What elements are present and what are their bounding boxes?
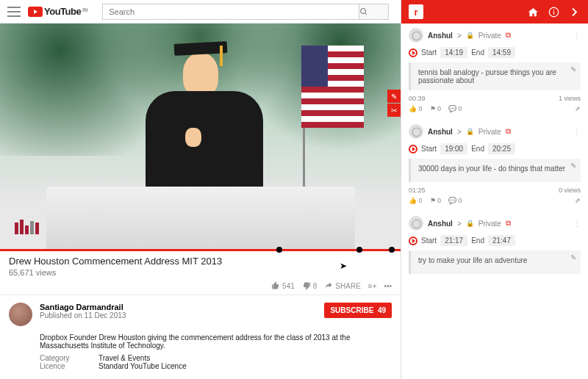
scrubber-marker[interactable] bbox=[356, 247, 362, 253]
next-icon[interactable] bbox=[567, 5, 581, 18]
note-play-button[interactable] bbox=[409, 48, 417, 57]
subscribe-button[interactable]: SUBSCRIBE 49 bbox=[324, 303, 392, 318]
svg-point-0 bbox=[361, 8, 366, 13]
note-duration: 00:39 bbox=[409, 95, 426, 102]
annotate-pencil-button[interactable]: ✎ bbox=[387, 90, 401, 103]
pencil-icon[interactable]: ✎ bbox=[570, 162, 576, 170]
note-body: ✎ tennis ball analogy - pursue things yo… bbox=[409, 62, 581, 90]
dislike-button[interactable]: 8 bbox=[302, 281, 318, 290]
note-avatar: ◯ bbox=[409, 28, 423, 43]
external-link-icon[interactable]: ⧉ bbox=[506, 127, 511, 136]
note-comments[interactable]: 💬 0 bbox=[448, 197, 462, 204]
note-avatar: ◯ bbox=[409, 216, 423, 231]
share-label: SHARE bbox=[335, 282, 360, 290]
channel-avatar[interactable] bbox=[9, 303, 32, 326]
scrubber-marker[interactable] bbox=[389, 247, 395, 253]
note-menu-icon[interactable]: ⋮ bbox=[573, 128, 581, 136]
category-label: Category bbox=[40, 354, 84, 362]
us-flag bbox=[301, 46, 364, 126]
note-body: ✎ try to make your life an adventure bbox=[409, 250, 581, 274]
note-end-time[interactable]: 20:25 bbox=[488, 143, 515, 154]
dislike-count: 8 bbox=[313, 282, 318, 290]
note-end-label: End bbox=[471, 48, 484, 57]
note-text: 30000 days in your life - do things that… bbox=[418, 165, 565, 173]
search-input[interactable] bbox=[102, 4, 359, 20]
youtube-play-icon bbox=[28, 7, 43, 17]
note-start-time[interactable]: 14:19 bbox=[440, 47, 467, 58]
search-icon bbox=[359, 7, 368, 16]
note-user[interactable]: Anshul bbox=[428, 128, 453, 136]
note-replies[interactable]: ⚑ 0 bbox=[430, 197, 442, 204]
note-play-button[interactable] bbox=[409, 145, 417, 154]
note-end-label: End bbox=[471, 237, 484, 245]
youtube-logo[interactable]: YouTube IN bbox=[28, 6, 87, 17]
note-user[interactable]: Anshul bbox=[428, 220, 453, 228]
youtube-brand-text: YouTube bbox=[44, 6, 81, 17]
pencil-icon[interactable]: ✎ bbox=[570, 253, 576, 261]
hamburger-menu[interactable] bbox=[7, 7, 21, 17]
licence-value: Standard YouTube Licence bbox=[98, 362, 187, 370]
subscribe-count: 49 bbox=[378, 306, 386, 314]
note-start-time[interactable]: 21:17 bbox=[440, 235, 467, 246]
video-player[interactable]: ✎ ✂ bbox=[0, 24, 401, 249]
note-item: ◯ Anshul > 🔒 Private ⧉ ⋮ Start 14:19 End… bbox=[409, 28, 581, 112]
note-body: ✎ 30000 days in your life - do things th… bbox=[409, 159, 581, 182]
video-scrubber[interactable] bbox=[0, 249, 401, 251]
video-description: Dropbox Founder Drew Houston giving the … bbox=[40, 333, 392, 350]
lock-icon: 🔒 bbox=[466, 128, 474, 135]
category-value[interactable]: Travel & Events bbox=[98, 354, 150, 362]
video-title: Drew Houston Commencement Address MIT 20… bbox=[9, 256, 392, 267]
pencil-icon[interactable]: ✎ bbox=[570, 65, 576, 73]
subscribe-label: SUBSCRIBE bbox=[330, 306, 373, 314]
note-replies[interactable]: ⚑ 0 bbox=[430, 105, 442, 112]
video-views: 65,671 views bbox=[9, 268, 392, 277]
note-start-label: Start bbox=[421, 48, 437, 57]
note-text: try to make your life an adventure bbox=[418, 256, 527, 264]
note-end-time[interactable]: 14:59 bbox=[488, 47, 515, 58]
mit-logo bbox=[15, 220, 39, 234]
note-likes[interactable]: 👍 0 bbox=[409, 105, 423, 112]
note-end-label: End bbox=[471, 145, 484, 153]
external-link-icon[interactable]: ⧉ bbox=[506, 219, 511, 228]
note-menu-icon[interactable]: ⋮ bbox=[573, 220, 581, 228]
note-privacy-sep: > bbox=[457, 220, 462, 228]
note-privacy: Private bbox=[478, 32, 501, 40]
note-start-time[interactable]: 19:00 bbox=[440, 143, 467, 154]
note-item: ◯ Anshul > 🔒 Private ⧉ ⋮ Start 19:00 End… bbox=[409, 124, 581, 204]
note-privacy: Private bbox=[478, 220, 501, 228]
share-button[interactable]: SHARE bbox=[324, 281, 360, 290]
note-share-icon[interactable]: ⇗ bbox=[575, 197, 581, 204]
youtube-country-code: IN bbox=[82, 7, 87, 12]
thumbs-up-icon bbox=[271, 281, 280, 290]
note-menu-icon[interactable]: ⋮ bbox=[573, 32, 581, 40]
note-user[interactable]: Anshul bbox=[428, 32, 453, 40]
note-avatar: ◯ bbox=[409, 124, 423, 139]
video-podium bbox=[46, 187, 355, 249]
search-button[interactable] bbox=[359, 4, 389, 20]
note-text: tennis ball analogy - pursue things you … bbox=[418, 68, 556, 84]
note-play-button[interactable] bbox=[409, 237, 417, 245]
annotate-scissor-button[interactable]: ✂ bbox=[387, 104, 401, 117]
lock-icon: 🔒 bbox=[466, 32, 474, 39]
note-likes[interactable]: 👍 0 bbox=[409, 197, 423, 204]
panel-logo[interactable]: r bbox=[409, 4, 423, 19]
svg-rect-4 bbox=[553, 9, 553, 10]
like-button[interactable]: 541 bbox=[271, 281, 295, 290]
external-link-icon[interactable]: ⧉ bbox=[506, 31, 511, 40]
note-comments[interactable]: 💬 0 bbox=[448, 105, 462, 112]
share-arrow-icon bbox=[324, 281, 333, 290]
note-item: ◯ Anshul > 🔒 Private ⧉ ⋮ Start 21:17 End… bbox=[409, 216, 581, 274]
scrubber-marker[interactable] bbox=[276, 247, 282, 253]
add-to-button[interactable]: ≡+ bbox=[368, 282, 377, 290]
like-count: 541 bbox=[282, 282, 295, 290]
note-views: 1 views bbox=[559, 95, 581, 102]
note-privacy: Private bbox=[478, 128, 501, 136]
info-icon[interactable] bbox=[547, 5, 560, 18]
note-start-label: Start bbox=[421, 145, 437, 153]
note-end-time[interactable]: 21:47 bbox=[488, 235, 515, 246]
channel-name[interactable]: Santiago Darmandrail bbox=[40, 303, 317, 311]
more-actions-button[interactable]: ••• bbox=[384, 282, 392, 290]
note-share-icon[interactable]: ⇗ bbox=[575, 105, 581, 112]
licence-label: Licence bbox=[40, 362, 84, 370]
home-icon[interactable] bbox=[526, 5, 539, 18]
